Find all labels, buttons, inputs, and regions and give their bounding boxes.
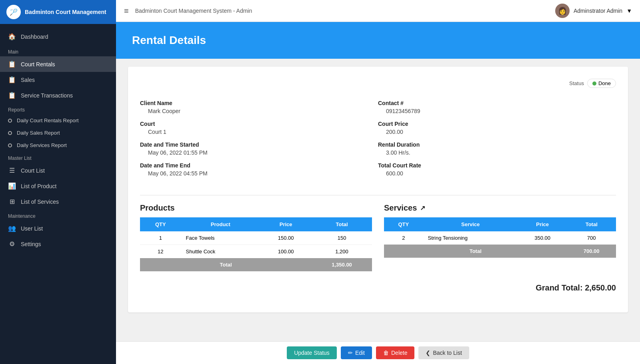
- sidebar-item-user-list[interactable]: 👥 User List: [0, 221, 116, 236]
- products-total-value: 1,350.00: [312, 258, 372, 271]
- services-col-qty: QTY: [384, 217, 423, 231]
- sidebar-item-label-service-transactions: Service Transactions: [21, 92, 73, 99]
- court-field: Court Court 1: [140, 121, 378, 135]
- court-price-value: 200.00: [378, 129, 616, 135]
- list-of-product-icon: 📊: [8, 182, 16, 190]
- status-label: Status: [569, 80, 584, 86]
- page-title: Rental Details: [132, 34, 624, 47]
- table-row: 2 String Tensioning 350.00 700: [384, 231, 616, 245]
- status-value: Done: [598, 80, 611, 86]
- info-grid: Client Name Mark Cooper Court Court 1 Da…: [140, 100, 616, 183]
- tables-section: Products QTY Product Price Total 1: [140, 203, 616, 271]
- services-section: Services ↗ QTY Service Price Total: [384, 203, 616, 271]
- grand-total-value: 2,650.00: [585, 283, 616, 292]
- sidebar-item-sales[interactable]: 📋 Sales: [0, 72, 116, 88]
- report-circle-icon-3: [8, 143, 12, 147]
- sidebar-item-daily-court-rentals-report[interactable]: Daily Court Rentals Report: [0, 114, 116, 127]
- sidebar-item-settings[interactable]: ⚙ Settings: [0, 236, 116, 252]
- court-label: Court: [140, 121, 378, 127]
- external-link-icon[interactable]: ↗: [420, 204, 425, 212]
- grand-total-label: Grand Total:: [536, 283, 582, 292]
- app-title: Badminton Court Management: [25, 9, 106, 15]
- sidebar-section-master-list: Master List: [0, 151, 116, 163]
- products-section: Products QTY Product Price Total 1: [140, 203, 372, 271]
- services-table: QTY Service Price Total 2 String Tension…: [384, 217, 616, 258]
- app-logo: 🏸: [6, 5, 21, 19]
- rental-duration-value: 3.00 Hr/s.: [378, 149, 616, 156]
- dashboard-icon: 🏠: [8, 33, 16, 40]
- sidebar-item-label-list-of-product: List of Product: [21, 183, 57, 189]
- content-card: Status Done Client Name Mark Cooper Cour…: [128, 67, 628, 312]
- admin-dropdown-icon[interactable]: ▼: [626, 8, 632, 14]
- edit-button[interactable]: ✏ Edit: [341, 346, 372, 359]
- services-col-service: Service: [423, 217, 518, 231]
- info-left-col: Client Name Mark Cooper Court Court 1 Da…: [140, 100, 378, 183]
- sidebar-section-reports: Reports: [0, 103, 116, 114]
- products-col-total: Total: [312, 217, 372, 231]
- sidebar-nav: 🏠 Dashboard Main 📋 Court Rentals 📋 Sales…: [0, 24, 116, 256]
- delete-button[interactable]: 🗑 Delete: [376, 346, 414, 359]
- contact-label: Contact #: [378, 100, 616, 106]
- trash-icon: 🗑: [383, 350, 389, 356]
- sidebar-item-list-of-product[interactable]: 📊 List of Product: [0, 178, 116, 194]
- topnav-title: Badminton Court Management System - Admi…: [135, 8, 252, 14]
- court-price-field: Court Price 200.00: [378, 121, 616, 135]
- date-end-value: May 06, 2022 04:55 PM: [140, 170, 378, 177]
- sidebar-item-dashboard[interactable]: 🏠 Dashboard: [0, 28, 116, 45]
- user-list-icon: 👥: [8, 225, 16, 232]
- rental-duration-field: Rental Duration 3.00 Hr/s.: [378, 141, 616, 156]
- service-qty: 2: [384, 231, 423, 245]
- service-price: 350.00: [518, 231, 567, 245]
- products-title: Products: [140, 203, 372, 213]
- sidebar-item-label-daily-sales: Daily Sales Report: [17, 130, 60, 136]
- admin-name[interactable]: Adminstrator Admin: [574, 8, 622, 14]
- sidebar-item-court-list[interactable]: ☰ Court List: [0, 163, 116, 178]
- total-court-rate-value: 600.00: [378, 170, 616, 177]
- settings-icon: ⚙: [8, 240, 16, 248]
- sidebar-section-main: Main: [0, 45, 116, 56]
- status-bar: Status Done: [140, 79, 616, 92]
- client-name-field: Client Name Mark Cooper: [140, 100, 378, 114]
- sidebar-item-label-settings: Settings: [21, 241, 41, 247]
- update-status-button[interactable]: Update Status: [287, 346, 337, 359]
- hamburger-icon[interactable]: ≡: [124, 6, 129, 16]
- sidebar-item-label-court-list: Court List: [21, 167, 45, 174]
- products-col-price: Price: [260, 217, 312, 231]
- services-col-total: Total: [567, 217, 616, 231]
- list-of-services-icon: ⊞: [8, 198, 16, 205]
- sidebar-item-service-transactions[interactable]: 📋 Service Transactions: [0, 88, 116, 103]
- services-col-price: Price: [518, 217, 567, 231]
- info-right-col: Contact # 09123456789 Court Price 200.00…: [378, 100, 616, 183]
- product-price: 100.00: [260, 245, 312, 259]
- sidebar-item-list-of-services[interactable]: ⊞ List of Services: [0, 194, 116, 209]
- services-title: Services ↗: [384, 203, 616, 213]
- table-row: 12 Shuttle Cock 100.00 1,200: [140, 245, 372, 259]
- table-row: 1 Face Towels 150.00 150: [140, 231, 372, 245]
- total-court-rate-field: Total Court Rate 600.00: [378, 162, 616, 177]
- date-end-field: Date and Time End May 06, 2022 04:55 PM: [140, 162, 378, 177]
- client-name-value: Mark Cooper: [140, 108, 378, 114]
- grand-total: Grand Total: 2,650.00: [140, 279, 616, 300]
- products-total-label: Total: [140, 258, 312, 271]
- date-started-field: Date and Time Started May 06, 2022 01:55…: [140, 141, 378, 156]
- service-transactions-icon: 📋: [8, 91, 16, 99]
- status-dot-icon: [592, 82, 596, 86]
- date-started-value: May 06, 2022 01:55 PM: [140, 149, 378, 156]
- sidebar-item-daily-services-report[interactable]: Daily Services Report: [0, 139, 116, 151]
- topnav: ≡ Badminton Court Management System - Ad…: [116, 0, 640, 22]
- total-court-rate-label: Total Court Rate: [378, 162, 616, 169]
- contact-field: Contact # 09123456789: [378, 100, 616, 114]
- report-circle-icon-2: [8, 131, 12, 135]
- product-name: Face Towels: [181, 231, 260, 245]
- sidebar-item-court-rentals[interactable]: 📋 Court Rentals: [0, 56, 116, 72]
- page-header: Rental Details: [116, 22, 640, 59]
- product-total: 150: [312, 231, 372, 245]
- service-total: 700: [567, 231, 616, 245]
- sidebar-item-daily-sales-report[interactable]: Daily Sales Report: [0, 127, 116, 139]
- product-qty: 1: [140, 231, 181, 245]
- services-total-label: Total: [384, 245, 567, 258]
- back-to-list-button[interactable]: ❮ Back to List: [418, 346, 469, 359]
- edit-icon: ✏: [348, 350, 353, 356]
- sidebar-item-label-court-rentals: Court Rentals: [21, 61, 55, 68]
- topnav-left: ≡ Badminton Court Management System - Ad…: [124, 6, 252, 16]
